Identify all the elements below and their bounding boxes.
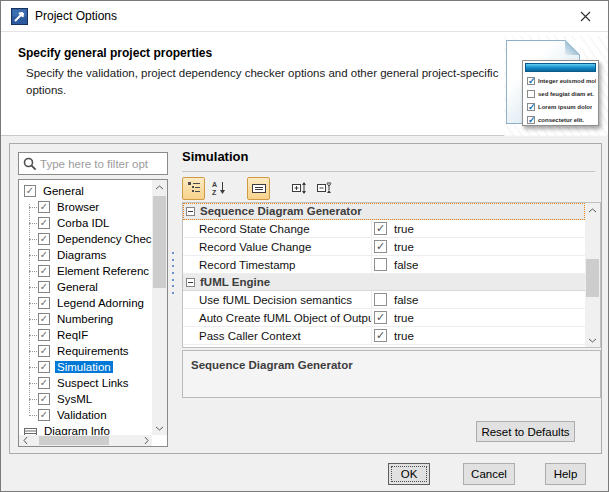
checked-checkbox-icon[interactable]: ✓: [38, 233, 50, 245]
property-row-pass-caller-context[interactable]: Pass Caller Context✓true: [183, 327, 585, 345]
tree-item-diagrams[interactable]: ✓Diagrams: [19, 247, 152, 263]
svg-text:A: A: [212, 181, 217, 188]
tree-item-label: Diagrams: [55, 249, 108, 261]
collapse-all-button[interactable]: [312, 177, 335, 200]
tree-item-reqif[interactable]: ✓ReqIF: [19, 327, 152, 343]
checked-checkbox-icon[interactable]: ✓: [38, 377, 50, 389]
unchecked-checkbox-icon: [527, 90, 535, 98]
unchecked-checkbox[interactable]: [374, 293, 387, 306]
group-header-sequence-diagram-generator[interactable]: Sequence Diagram Generator: [183, 203, 585, 220]
checked-checkbox-icon[interactable]: ✓: [38, 265, 50, 277]
sort-alphabetically-button[interactable]: A Z: [207, 177, 230, 200]
tree-item-legend-adorning[interactable]: ✓Legend Adorning: [19, 295, 152, 311]
checklist-item-label: Integer euismod mollis: [538, 78, 596, 84]
tree-item-sysml[interactable]: ✓SysML: [19, 391, 152, 407]
checked-checkbox-icon: ✓: [527, 77, 535, 85]
property-value: ✓true: [371, 238, 585, 255]
collapse-group-icon[interactable]: [186, 278, 195, 287]
collapse-group-icon[interactable]: [186, 207, 195, 216]
scroll-down-button[interactable]: [585, 333, 600, 347]
diagram-info-icon: [24, 425, 37, 435]
property-row-record-state-change[interactable]: Record State Change✓true: [183, 220, 585, 238]
tree-item-numbering[interactable]: ✓Numbering: [19, 311, 152, 327]
expand-all-button[interactable]: [287, 177, 310, 200]
property-value: false: [371, 256, 585, 273]
tree-item-label: SysML: [55, 393, 94, 405]
tree-item-simulation[interactable]: ✓Simulation: [19, 359, 152, 375]
reset-to-defaults-button[interactable]: Reset to Defaults: [476, 421, 575, 442]
ok-button[interactable]: OK: [388, 463, 430, 485]
title-bar[interactable]: Project Options: [1, 1, 608, 32]
filter-box: [18, 152, 168, 175]
scroll-up-button[interactable]: [152, 180, 167, 194]
chevron-down-icon: [588, 338, 597, 343]
property-row-auto-create-fuml-object-of-outpu[interactable]: Auto Create fUML Object of Outpu...✓true: [183, 309, 585, 327]
tree-item-dependency-chec[interactable]: ✓Dependency Chec: [19, 231, 152, 247]
checklist-item: ✓Integer euismod mollis: [527, 75, 596, 87]
property-name: Use fUML Decision semantics: [183, 294, 371, 306]
tree-item-diagram-info[interactable]: Diagram Info: [19, 423, 152, 435]
tree-item-requirements[interactable]: ✓Requirements: [19, 343, 152, 359]
panel-splitter-handle[interactable]: [171, 252, 175, 294]
tree-item-label: Numbering: [55, 313, 115, 325]
categorized-view-icon: [186, 180, 202, 196]
checked-checkbox-icon[interactable]: ✓: [38, 313, 50, 325]
checked-checkbox-icon[interactable]: ✓: [38, 345, 50, 357]
checked-checkbox-icon[interactable]: ✓: [38, 393, 50, 405]
checklist-header-bar: [525, 63, 596, 72]
tree-item-label: Legend Adorning: [55, 297, 146, 309]
help-button[interactable]: Help: [545, 463, 586, 485]
scroll-left-button[interactable]: [19, 435, 31, 446]
scroll-thumb[interactable]: [153, 196, 166, 288]
checked-checkbox-icon[interactable]: ✓: [38, 217, 50, 229]
checked-checkbox-icon[interactable]: ✓: [38, 409, 50, 421]
checked-checkbox[interactable]: ✓: [374, 311, 387, 324]
tree-item-general[interactable]: ✓General: [19, 183, 152, 199]
checklist-items: ✓Integer euismod mollissed feugiat diam …: [525, 75, 596, 126]
tree-item-browser[interactable]: ✓Browser: [19, 199, 152, 215]
checked-checkbox-icon[interactable]: ✓: [38, 361, 50, 373]
cancel-button[interactable]: Cancel: [463, 463, 515, 485]
property-row-record-value-change[interactable]: Record Value Change✓true: [183, 238, 585, 256]
checked-checkbox[interactable]: ✓: [374, 329, 387, 342]
checked-checkbox-icon[interactable]: ✓: [38, 249, 50, 261]
filter-input[interactable]: [40, 158, 160, 170]
tree-item-corba-idl[interactable]: ✓Corba IDL: [19, 215, 152, 231]
checked-checkbox[interactable]: ✓: [374, 240, 387, 253]
tree-item-label: Corba IDL: [55, 217, 111, 229]
chevron-up-icon: [155, 185, 164, 190]
chevron-up-icon: [588, 208, 597, 213]
categorized-view-button[interactable]: [182, 177, 205, 200]
unchecked-checkbox[interactable]: [374, 258, 387, 271]
checked-checkbox[interactable]: ✓: [374, 222, 387, 235]
tree-item-validation[interactable]: ✓Validation: [19, 407, 152, 423]
tree-item-suspect-links[interactable]: ✓Suspect Links: [19, 375, 152, 391]
group-label: fUML Engine: [200, 276, 270, 288]
sort-alphabetically-icon: A Z: [211, 180, 227, 196]
tree-item-element-referenc[interactable]: ✓Element Referenc: [19, 263, 152, 279]
close-button[interactable]: [563, 1, 608, 31]
checked-checkbox-icon[interactable]: ✓: [38, 329, 50, 341]
checked-checkbox-icon[interactable]: ✓: [38, 297, 50, 309]
show-description-area-button[interactable]: [247, 177, 270, 200]
tree-item-general[interactable]: ✓General: [19, 279, 152, 295]
group-label: Sequence Diagram Generator: [200, 205, 362, 217]
scroll-right-button[interactable]: [140, 435, 152, 446]
property-value: ✓true: [371, 309, 585, 326]
property-row-use-fuml-decision-semantics[interactable]: Use fUML Decision semanticsfalse: [183, 291, 585, 309]
group-header-fuml-engine[interactable]: fUML Engine: [183, 274, 585, 291]
table-vertical-scrollbar[interactable]: [585, 203, 600, 347]
tree-vertical-scrollbar[interactable]: [152, 180, 167, 435]
tree-horizontal-scrollbar[interactable]: [19, 435, 152, 446]
checked-checkbox-icon[interactable]: ✓: [38, 281, 50, 293]
property-row-record-timestamp[interactable]: Record Timestampfalse: [183, 256, 585, 274]
property-name: Record State Change: [183, 223, 371, 235]
scroll-thumb[interactable]: [39, 436, 109, 445]
tree-item-label: ReqIF: [55, 329, 90, 341]
scroll-down-button[interactable]: [152, 421, 167, 435]
tree-item-label: Browser: [55, 201, 101, 213]
scroll-up-button[interactable]: [585, 203, 600, 217]
checked-checkbox-icon[interactable]: ✓: [38, 201, 50, 213]
scroll-thumb[interactable]: [586, 259, 599, 297]
checked-checkbox-icon[interactable]: ✓: [24, 185, 36, 197]
